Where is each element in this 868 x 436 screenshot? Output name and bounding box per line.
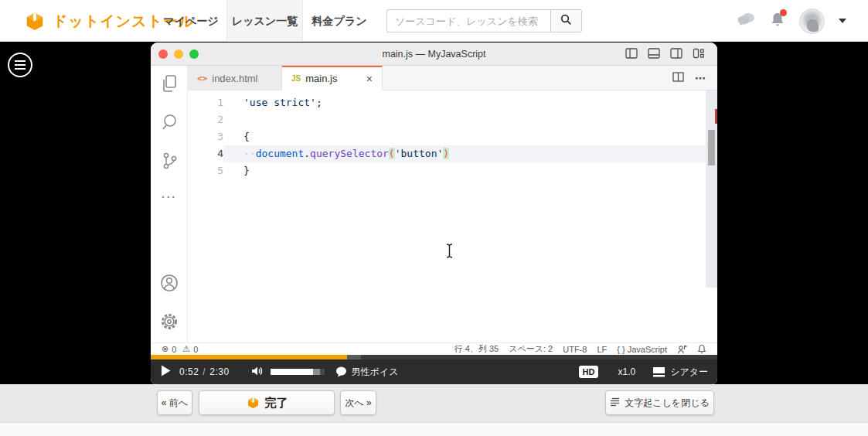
editor-scrollbar[interactable]: [706, 90, 717, 288]
encoding[interactable]: UTF-8: [563, 345, 587, 354]
code-text: 'use strict';: [223, 94, 717, 111]
cursor-position[interactable]: 行 4、列 35: [454, 343, 499, 355]
overview-ruler-marker: [715, 109, 717, 124]
video-player[interactable]: main.js — MyJavaScript <> index.html JS …: [151, 43, 717, 384]
line-number: 1: [188, 94, 223, 111]
tab-actions: ⋯: [672, 66, 717, 90]
explorer-icon[interactable]: [151, 73, 188, 94]
more-actions-icon[interactable]: ⋯: [695, 72, 706, 84]
lesson-footer: « 前へ 完了 次へ » 文字起こしを閉じる: [0, 384, 868, 422]
caret-down-icon: [839, 19, 846, 23]
tab-index-html[interactable]: <> index.html: [188, 66, 282, 90]
quality-badge[interactable]: HD: [579, 366, 599, 378]
code-editor[interactable]: 1'use strict';23{4··document.querySelect…: [188, 90, 717, 342]
layout-customize-icon[interactable]: [693, 48, 705, 62]
split-editor-icon[interactable]: [672, 71, 684, 85]
current-time: 0:52: [179, 366, 199, 377]
nav-item-pricing[interactable]: 料金プラン: [309, 0, 369, 42]
search-box: [386, 9, 582, 32]
code-line[interactable]: 1'use strict';: [188, 94, 717, 111]
mute-button[interactable]: [251, 366, 264, 379]
js-tab-icon: JS: [291, 74, 301, 83]
done-button[interactable]: 完了: [199, 390, 335, 415]
search-button[interactable]: [550, 9, 582, 32]
line-number: 2: [188, 111, 223, 128]
code-line[interactable]: 4··document.querySelector('button'): [188, 145, 717, 162]
error-icon: ⊗: [162, 344, 168, 354]
editor-tabbar: <> index.html JS main.js × ⋯: [188, 66, 717, 90]
nav-item-lessons[interactable]: レッスン一覧: [226, 0, 303, 42]
chat-icon: [737, 12, 756, 30]
box-logo-icon: [23, 9, 46, 34]
problems-status[interactable]: ⊗ 0 ⚠ 0: [151, 344, 198, 354]
code-line[interactable]: 3{: [188, 128, 717, 145]
search-sidebar-icon[interactable]: [151, 112, 188, 132]
statusbar-bell-icon[interactable]: [697, 344, 706, 354]
layout-sidebar-right-icon[interactable]: [670, 48, 682, 62]
theater-mode-icon[interactable]: [652, 366, 665, 377]
warning-icon: ⚠: [182, 344, 190, 354]
error-count: 0: [172, 345, 176, 354]
video-controls: 0:52 / 2:30 男性ボイス: [151, 359, 717, 384]
code-line[interactable]: 5}: [188, 162, 717, 179]
account-menu[interactable]: [799, 9, 825, 34]
theater-area: main.js — MyJavaScript <> index.html JS …: [0, 42, 868, 384]
code-text: }: [223, 162, 717, 179]
time-separator: /: [203, 366, 206, 377]
play-icon: [161, 365, 171, 379]
tab-main-js[interactable]: JS main.js ×: [282, 66, 383, 90]
account-dropdown[interactable]: [839, 19, 846, 23]
warning-count: 0: [193, 345, 198, 354]
language-label: JavaScript: [628, 345, 667, 354]
speaker-icon: [251, 366, 264, 379]
duration: 2:30: [209, 366, 229, 377]
transcript-toggle-button[interactable]: 文字起こしを閉じる: [605, 390, 714, 415]
activity-bar: ···: [151, 66, 188, 342]
indentation[interactable]: スペース: 2: [509, 343, 553, 355]
search-input[interactable]: [386, 9, 550, 32]
chat-button[interactable]: [737, 12, 756, 30]
code-text: [223, 111, 717, 128]
volume-fill: [271, 369, 313, 375]
line-number: 4: [188, 145, 223, 162]
account-icon[interactable]: [151, 273, 188, 293]
settings-gear-icon[interactable]: [151, 312, 188, 332]
volume-handle[interactable]: [313, 369, 320, 375]
line-number: 3: [188, 128, 223, 145]
code-line[interactable]: 2: [188, 111, 717, 128]
controls-left: 0:52 / 2:30 男性ボイス: [151, 365, 398, 379]
voice-select[interactable]: 男性ボイス: [352, 366, 399, 379]
search-icon: [560, 14, 572, 29]
feedback-icon[interactable]: [677, 345, 687, 354]
code-text: ··document.querySelector('button'): [223, 145, 706, 162]
code-text: {: [223, 128, 717, 145]
layout-sidebar-left-icon[interactable]: [625, 48, 638, 62]
ibeam-cursor: [445, 244, 454, 261]
line-number: 5: [188, 162, 223, 179]
time-display: 0:52 / 2:30: [179, 366, 230, 377]
box-logo-icon: [246, 395, 260, 411]
more-icon[interactable]: ···: [151, 191, 188, 203]
nav-item-mypage[interactable]: マイページ: [161, 0, 221, 42]
transcript-icon: [610, 397, 620, 409]
playback-speed[interactable]: x1.0: [618, 366, 635, 377]
lesson-menu-button[interactable]: [8, 53, 32, 77]
play-button[interactable]: [161, 365, 171, 379]
language-mode[interactable]: { } JavaScript: [617, 345, 667, 354]
next-button[interactable]: 次へ »: [340, 390, 376, 415]
scrollbar-thumb[interactable]: [708, 130, 715, 165]
tab-label: main.js: [305, 73, 337, 84]
eol-selector[interactable]: LF: [597, 345, 607, 354]
page: ドットインストール マイページ レッスン一覧 料金プラン: [0, 0, 868, 436]
notification-badge: [780, 9, 787, 16]
source-control-icon[interactable]: [151, 151, 188, 171]
prev-button[interactable]: « 前へ: [157, 390, 192, 415]
notifications-button[interactable]: [770, 12, 785, 31]
vscode-statusbar: ⊗ 0 ⚠ 0 行 4、列 35 スペース: 2 UTF-8 LF { } Ja…: [151, 342, 717, 355]
transcript-label: 文字起こしを閉じる: [625, 397, 709, 410]
theater-toggle[interactable]: シアター: [670, 366, 708, 379]
volume-slider[interactable]: [271, 369, 325, 375]
done-label: 完了: [265, 396, 288, 410]
close-icon[interactable]: ×: [366, 73, 373, 84]
layout-panel-icon[interactable]: [648, 48, 660, 62]
